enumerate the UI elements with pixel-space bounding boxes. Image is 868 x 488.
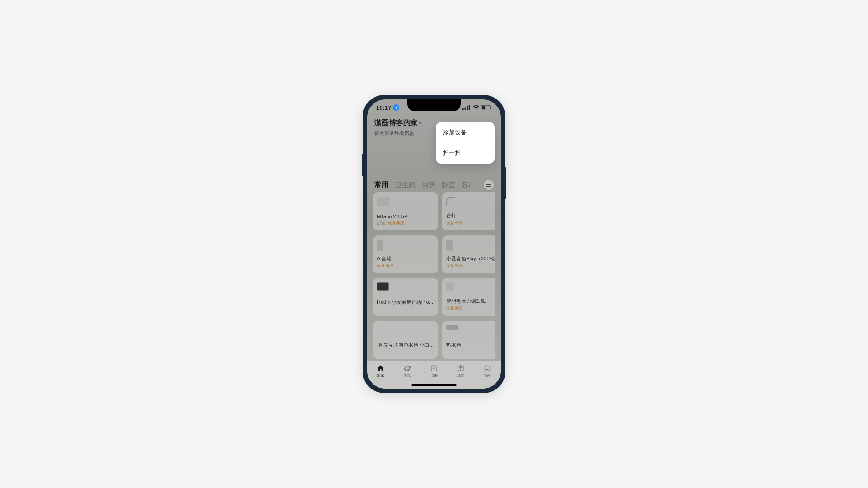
home-selector[interactable]: 潇磊博客的家 ▾ [374,118,421,128]
svg-point-10 [485,366,490,371]
tab-favorites[interactable]: 常用 [374,180,389,190]
device-card[interactable]: 小爱音箱Play（2019款） 设备离线 [442,235,495,273]
device-card[interactable]: Redmi小爱触屏音箱Pro... [373,278,438,316]
battery-icon [481,105,492,110]
header: 潇磊博客的家 ▾ 暂无家庭环境信息 [374,118,421,136]
device-card[interactable]: 热水器 [442,321,495,359]
svg-rect-0 [462,108,464,110]
device-grid: Milano 2 1.5P 卧室|设备离线 台灯 设备离线 Ai音箱 设备离线 [373,192,495,360]
tab-kitchen[interactable]: 厨房 [422,181,435,189]
device-card[interactable]: 台灯 设备离线 [442,192,495,230]
device-status: 设备离线 [446,263,462,268]
device-name: 热水器 [446,342,495,348]
chevron-down-icon: ▾ [419,121,421,126]
pot-icon [446,282,454,291]
screen: 10:17 潇磊博客的家 ▾ 暂无家庭环境信息 添加设备 扫一扫 [367,99,501,389]
nav-scene[interactable]: 场景 [457,364,465,378]
lamp-icon [446,197,455,206]
room-tabs: 常用 卫生间 厨房 卧室 客厅 [374,180,494,190]
add-menu-popup: 添加设备 扫一扫 [436,122,495,164]
ac-icon [377,197,390,206]
cube-icon [457,364,465,372]
menu-add-device[interactable]: 添加设备 [436,122,495,143]
device-card[interactable]: Milano 2 1.5P 卧室|设备离线 [373,192,438,230]
device-card[interactable]: ·泉先互联网净水器 小白... [373,321,438,359]
phone-frame: 10:17 潇磊博客的家 ▾ 暂无家庭环境信息 添加设备 扫一扫 [363,95,505,393]
tab-living[interactable]: 客厅 [462,181,470,189]
device-name: 台灯 [446,212,495,219]
svg-rect-6 [491,106,491,108]
device-name: 智能电压力锅2.5L [446,298,495,305]
tabs-more-button[interactable] [484,180,494,190]
device-name: 小爱音箱Play（2019款） [446,255,495,262]
play-icon [430,364,438,372]
tab-bedroom[interactable]: 卧室 [442,181,455,189]
purifier-icon [377,325,382,337]
device-card[interactable]: 智能电压力锅2.5L 设备离线 [442,278,495,316]
device-status: 设备离线 [446,306,462,310]
home-name: 潇磊博客的家 [374,118,418,128]
nav-home[interactable]: 米家 [377,364,385,378]
heater-icon [446,325,458,330]
nav-vod[interactable]: 点播 [430,364,438,378]
svg-rect-1 [465,107,466,110]
home-indicator[interactable] [411,384,457,386]
menu-scan[interactable]: 扫一扫 [436,143,495,164]
device-status: 设备离线 [377,263,393,268]
nav-profile[interactable]: 我的 [483,364,491,378]
tab-bathroom[interactable]: 卫生间 [395,181,415,189]
wifi-icon [473,105,480,110]
speaker-icon [377,240,383,251]
location-icon [393,104,399,111]
device-name: Ai音箱 [377,255,434,262]
notch [407,99,461,111]
screen-speaker-icon [377,282,389,291]
home-env-info: 暂无家庭环境信息 [374,130,421,136]
device-name: Milano 2 1.5P [377,214,434,219]
home-icon [377,364,385,372]
status-time: 10:17 [376,104,391,111]
svg-rect-2 [467,106,468,110]
svg-point-8 [403,366,411,371]
svg-rect-5 [482,106,485,109]
speaker-icon [446,240,453,251]
signal-icon [462,105,471,110]
svg-rect-3 [469,105,470,110]
nav-discover[interactable]: 发现 [403,364,411,378]
planet-icon [403,364,411,372]
smile-icon [483,364,491,372]
device-name: Redmi小爱触屏音箱Pro... [377,299,434,305]
device-card[interactable]: Ai音箱 设备离线 [373,235,438,273]
device-status: 设备离线 [388,221,404,225]
device-name: ·泉先互联网净水器 小白... [377,342,434,348]
status-icons [462,105,492,110]
device-status: 设备离线 [446,221,462,225]
